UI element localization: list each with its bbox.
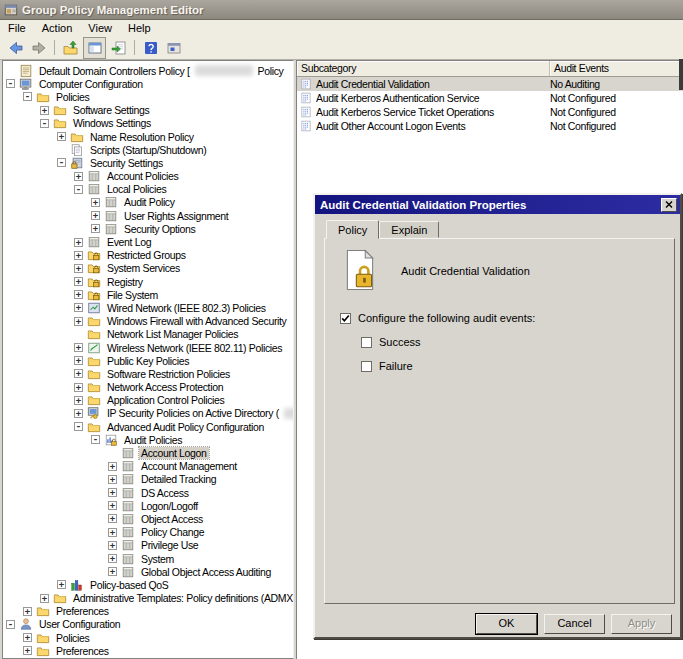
expand-icon[interactable]: +	[74, 369, 83, 378]
expand-icon[interactable]: +	[91, 224, 100, 233]
tree-item[interactable]: -Policies	[3, 90, 293, 103]
expand-icon[interactable]: +	[74, 251, 83, 260]
expand-icon[interactable]: +	[108, 528, 117, 537]
tab-policy[interactable]: Policy	[326, 220, 379, 239]
collapse-icon[interactable]: -	[74, 422, 83, 431]
tree-item[interactable]: +Public Key Policies	[3, 354, 293, 367]
tree-item[interactable]: +Preferences	[3, 605, 293, 618]
tree-item[interactable]: +Network Access Protection	[3, 381, 293, 394]
expand-icon[interactable]: +	[108, 554, 117, 563]
column-header-subcategory[interactable]: Subcategory	[297, 61, 550, 76]
forward-button[interactable]	[28, 38, 49, 58]
new-window-button[interactable]	[163, 38, 184, 58]
expand-icon[interactable]: +	[74, 238, 83, 247]
apply-button[interactable]: Apply	[611, 614, 672, 634]
list-item[interactable]: Audit Kerberos Authentication ServiceNot…	[297, 91, 683, 105]
expand-icon[interactable]: +	[40, 594, 49, 603]
expand-icon[interactable]: +	[108, 488, 117, 497]
tree-item[interactable]: Account Logon	[3, 446, 293, 459]
configure-audit-events-checkbox[interactable]	[340, 313, 351, 324]
menu-item-view[interactable]: View	[80, 21, 120, 35]
expand-icon[interactable]: +	[108, 475, 117, 484]
tree-item[interactable]: +Account Management	[3, 460, 293, 473]
menu-item-file[interactable]: File	[0, 21, 34, 35]
expand-icon[interactable]: +	[23, 607, 32, 616]
tree-item[interactable]: +Restricted Groups	[3, 249, 293, 262]
tree-item[interactable]: +DS Access	[3, 486, 293, 499]
success-checkbox[interactable]	[361, 337, 372, 348]
tree-item[interactable]: -Computer Configuration	[3, 77, 293, 90]
tree-item[interactable]: +Wireless Network (IEEE 802.11) Policies	[3, 341, 293, 354]
tree-item[interactable]: +Registry	[3, 275, 293, 288]
tree-item[interactable]: +User Rights Assignment	[3, 209, 293, 222]
failure-checkbox[interactable]	[361, 361, 372, 372]
tree-item[interactable]: +Preferences	[3, 644, 293, 657]
tree-item[interactable]: +Software Settings	[3, 104, 293, 117]
expand-icon[interactable]: +	[74, 172, 83, 181]
tab-explain[interactable]: Explain	[379, 221, 439, 238]
expand-icon[interactable]: +	[74, 317, 83, 326]
tree-item[interactable]: -Advanced Audit Policy Configuration	[3, 420, 293, 433]
expand-icon[interactable]: +	[74, 264, 83, 273]
tree-item[interactable]: -Local Policies	[3, 183, 293, 196]
list-item[interactable]: Audit Other Account Logon EventsNot Conf…	[297, 119, 683, 133]
expand-icon[interactable]: +	[108, 567, 117, 576]
tree-item[interactable]: +Audit Policy	[3, 196, 293, 209]
tree-item[interactable]: +System Services	[3, 262, 293, 275]
tree-item[interactable]: +Account Policies	[3, 170, 293, 183]
ok-button[interactable]: OK	[476, 614, 537, 634]
tree-item[interactable]: +Security Options	[3, 222, 293, 235]
expand-icon[interactable]: +	[57, 580, 66, 589]
column-header-audit-events[interactable]: Audit Events	[550, 61, 683, 76]
collapse-icon[interactable]: -	[23, 92, 32, 101]
list-item[interactable]: Audit Credential ValidationNo Auditing	[297, 77, 683, 91]
collapse-icon[interactable]: -	[74, 185, 83, 194]
tree-item[interactable]: -Audit Policies	[3, 433, 293, 446]
expand-icon[interactable]: +	[74, 277, 83, 286]
expand-icon[interactable]: +	[74, 383, 83, 392]
tree-item[interactable]: +Application Control Policies	[3, 394, 293, 407]
expand-icon[interactable]: +	[108, 514, 117, 523]
tree-item[interactable]: +Policies	[3, 631, 293, 644]
tree-item[interactable]: -Security Settings	[3, 156, 293, 169]
collapse-icon[interactable]: -	[91, 435, 100, 444]
dialog-titlebar[interactable]: Audit Credential Validation Properties	[315, 195, 680, 214]
menu-item-action[interactable]: Action	[34, 21, 81, 35]
tree-item[interactable]: +Object Access	[3, 512, 293, 525]
configure-audit-events-label[interactable]: Configure the following audit events:	[358, 312, 535, 324]
tree-item[interactable]: +Name Resolution Policy	[3, 130, 293, 143]
tree-item[interactable]: +Administrative Templates: Policy defini…	[3, 592, 293, 605]
expand-icon[interactable]: +	[91, 211, 100, 220]
tree-item[interactable]: +Wired Network (IEEE 802.3) Policies	[3, 301, 293, 314]
tree-item[interactable]: +Global Object Access Auditing	[3, 565, 293, 578]
help-button[interactable]	[140, 38, 161, 58]
tree-item[interactable]: Default Domain Controllers Policy [Polic…	[3, 64, 293, 77]
tree-item[interactable]: +Windows Firewall with Advanced Security	[3, 315, 293, 328]
tree-item[interactable]: +IP Security Policies on Active Director…	[3, 407, 293, 420]
tree-item[interactable]: Scripts (Startup/Shutdown)	[3, 143, 293, 156]
expand-icon[interactable]: +	[23, 633, 32, 642]
tree-item[interactable]: Network List Manager Policies	[3, 328, 293, 341]
list-item[interactable]: Audit Kerberos Service Ticket Operations…	[297, 105, 683, 119]
success-label[interactable]: Success	[379, 336, 421, 348]
tree-item[interactable]: -User Configuration	[3, 618, 293, 631]
expand-icon[interactable]: +	[108, 462, 117, 471]
expand-icon[interactable]: +	[40, 106, 49, 115]
expand-icon[interactable]: +	[57, 132, 66, 141]
tree-item[interactable]: +Policy-based QoS	[3, 578, 293, 591]
cancel-button[interactable]: Cancel	[544, 614, 605, 634]
menu-item-help[interactable]: Help	[120, 21, 159, 35]
tree-item[interactable]: +Software Restriction Policies	[3, 367, 293, 380]
up-one-level-button[interactable]	[60, 38, 81, 58]
expand-icon[interactable]: +	[74, 303, 83, 312]
expand-icon[interactable]: +	[74, 343, 83, 352]
close-button[interactable]	[661, 198, 677, 212]
show-console-tree-button[interactable]	[83, 37, 106, 59]
expand-icon[interactable]: +	[23, 646, 32, 655]
back-button[interactable]	[5, 38, 26, 58]
tree-item[interactable]: +Policy Change	[3, 526, 293, 539]
collapse-icon[interactable]: -	[6, 620, 15, 629]
tree-item[interactable]: +Logon/Logoff	[3, 499, 293, 512]
collapse-icon[interactable]: -	[57, 158, 66, 167]
expand-icon[interactable]: +	[91, 198, 100, 207]
